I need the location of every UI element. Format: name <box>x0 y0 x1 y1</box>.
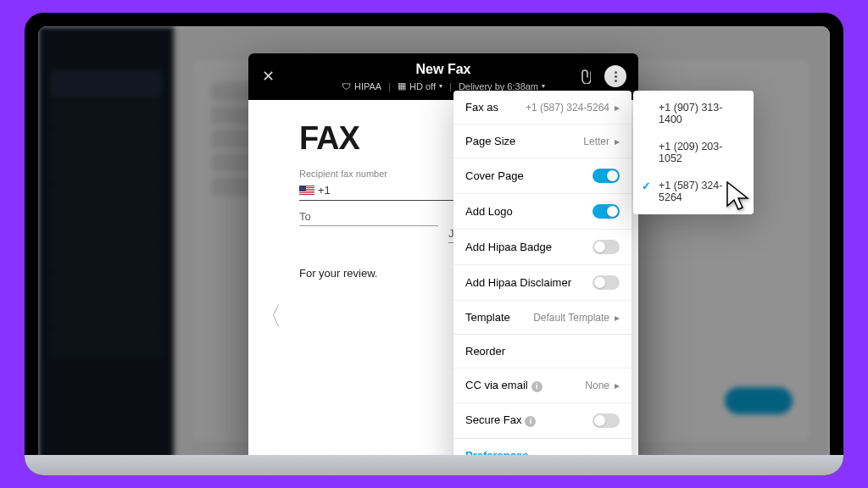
phone-prefix: +1 <box>318 184 331 197</box>
delivery-time[interactable]: Delivery by 6:38am <box>459 81 538 92</box>
hipaa-badge-label: Add Hipaa Badge <box>465 241 552 253</box>
hipaa-disclaimer-row[interactable]: Add Hipaa Disclaimer <box>453 264 632 300</box>
fax-number-option[interactable]: +1 (907) 313-1400 <box>633 94 754 133</box>
chevron-down-icon: ▾ <box>439 82 442 90</box>
secure-fax-row[interactable]: Secure Faxi <box>453 402 632 438</box>
hipaa-disclaimer-toggle[interactable] <box>593 275 620 290</box>
attachment-icon[interactable] <box>574 65 596 87</box>
modal-title: New Fax <box>264 62 623 77</box>
cc-value: None <box>585 380 609 391</box>
fax-number-option[interactable]: +1 (209) 203-1052 <box>633 133 754 172</box>
add-logo-toggle[interactable] <box>593 204 620 219</box>
reorder-label: Reorder <box>465 345 505 358</box>
hd-icon: ▦ <box>398 80 406 92</box>
cc-email-row[interactable]: CC via emaili None▸ <box>453 368 632 402</box>
close-icon[interactable]: ✕ <box>262 67 275 86</box>
add-logo-row[interactable]: Add Logo <box>453 193 632 229</box>
cc-label: CC via email <box>465 379 528 391</box>
cover-page-row[interactable]: Cover Page <box>453 158 632 193</box>
hd-toggle[interactable]: HD off <box>409 81 436 92</box>
chevron-right-icon: ▸ <box>615 136 620 147</box>
hipaa-badge: HIPAA <box>354 81 381 92</box>
page-size-label: Page Size <box>465 135 515 147</box>
options-dropdown: Fax as +1 (587) 324-5264▸ Page Size Lett… <box>453 91 632 472</box>
hipaa-disclaimer-label: Add Hipaa Disclaimer <box>465 276 571 289</box>
more-options-button[interactable] <box>604 65 626 87</box>
cover-page-label: Cover Page <box>465 169 524 182</box>
page-size-row[interactable]: Page Size Letter▸ <box>453 124 632 158</box>
template-row[interactable]: Template Default Template▸ <box>453 300 632 334</box>
chevron-right-icon: ▸ <box>615 380 620 391</box>
reorder-row[interactable]: Reorder <box>453 335 632 368</box>
chevron-left-icon[interactable]: 〈 <box>257 299 282 334</box>
info-icon: i <box>525 416 536 427</box>
fax-as-value: +1 (587) 324-5264 <box>526 102 609 114</box>
hipaa-badge-toggle[interactable] <box>593 240 620 254</box>
fax-number-option[interactable]: +1 (587) 324-5264 <box>633 172 754 211</box>
page-size-value: Letter <box>583 136 609 147</box>
fax-as-submenu: +1 (907) 313-1400 +1 (209) 203-1052 +1 (… <box>633 91 754 214</box>
shield-icon: 🛡 <box>342 81 351 92</box>
info-icon: i <box>531 381 542 392</box>
add-logo-label: Add Logo <box>465 205 513 218</box>
chevron-right-icon: ▸ <box>615 102 620 114</box>
fax-as-label: Fax as <box>465 101 498 114</box>
flag-us-icon <box>299 186 314 196</box>
cover-page-toggle[interactable] <box>593 169 620 183</box>
hipaa-badge-row[interactable]: Add Hipaa Badge <box>453 229 632 264</box>
chevron-down-icon: ▾ <box>542 82 545 90</box>
template-label: Template <box>465 311 510 324</box>
to-input[interactable]: To <box>299 208 438 226</box>
secure-fax-toggle[interactable] <box>593 413 620 428</box>
fax-as-row[interactable]: Fax as +1 (587) 324-5264▸ <box>453 91 632 124</box>
chevron-right-icon: ▸ <box>615 312 620 324</box>
template-value: Default Template <box>533 312 609 324</box>
secure-fax-label: Secure Fax <box>465 413 521 426</box>
